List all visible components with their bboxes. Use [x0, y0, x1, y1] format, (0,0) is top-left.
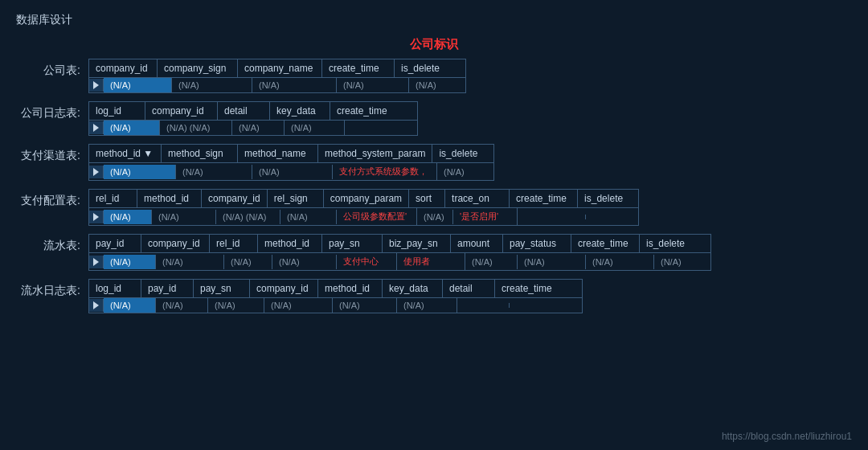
col-flow-log-table-6: detail	[443, 280, 495, 297]
col-flow-log-table-7: create_time	[495, 280, 567, 297]
col-flow-table-1: company_id	[141, 235, 210, 252]
col-flow-log-table-1: pay_id	[141, 280, 194, 297]
col-payment-method-table-3: method_system_param	[318, 145, 432, 162]
table-company-table: company_idcompany_signcompany_namecreate…	[88, 59, 466, 93]
cell-payment-config-table-0-1: (N/A)	[152, 210, 216, 224]
table-payment-method-table: method_id ▼method_signmethod_namemethod_…	[88, 144, 494, 181]
col-company-log-table-2: detail	[218, 102, 270, 120]
cell-company-table-0-0: (N/A)	[104, 78, 172, 92]
cell-flow-table-0-5: 使用者	[397, 253, 465, 270]
col-flow-table-3: method_id	[258, 235, 322, 252]
cell-flow-log-table-0-1: (N/A)	[156, 298, 208, 313]
cell-payment-method-table-0-3: 支付方式系统级参数，	[333, 163, 437, 180]
col-payment-method-table-0: method_id ▼	[89, 145, 162, 162]
cell-company-log-table-0-4	[345, 125, 417, 130]
section-payment-config-table: 支付配置表:rel_idmethod_idcompany_idrel_signc…	[16, 189, 852, 226]
cell-company-table-0-2: (N/A)	[252, 78, 337, 92]
col-flow-log-table-2: pay_sn	[194, 280, 250, 297]
cell-company-table-0-3: (N/A)	[337, 78, 409, 92]
table-row-payment-method-table-0: (N/A)(N/A)(N/A)支付方式系统级参数，(N/A)	[89, 163, 493, 180]
col-payment-config-table-7: create_time	[510, 190, 578, 207]
cell-payment-config-table-0-0: (N/A)	[104, 210, 152, 224]
watermark: https://blog.csdn.net/liuzhirou1	[722, 431, 852, 442]
cell-flow-log-table-0-4: (N/A)	[333, 298, 397, 313]
label-company-log-table: 公司日志表:	[16, 101, 88, 121]
table-header-flow-table: pay_idcompany_idrel_idmethod_idpay_snbiz…	[89, 235, 710, 253]
cell-payment-config-table-0-7	[518, 215, 586, 219]
cell-company-log-table-0-2: (N/A)	[232, 121, 285, 135]
section-payment-method-table: 支付渠道表:method_id ▼method_signmethod_namem…	[16, 144, 852, 181]
col-payment-config-table-8: is_delete	[578, 190, 630, 207]
col-payment-method-table-1: method_sign	[162, 145, 238, 162]
table-row-payment-config-table-0: (N/A)(N/A)(N/A) (N/A)(N/A)公司级参数配置'(N/A)'…	[89, 208, 638, 225]
table-row-flow-log-table-0: (N/A)(N/A)(N/A)(N/A)(N/A)(N/A)	[89, 298, 582, 313]
table-company-log-table: log_idcompany_iddetailkey_datacreate_tim…	[88, 101, 418, 136]
col-flow-log-table-3: company_id	[250, 280, 318, 297]
col-company-log-table-3: key_data	[270, 102, 330, 120]
label-flow-log-table: 流水日志表:	[16, 279, 88, 298]
col-payment-config-table-4: company_param	[324, 190, 409, 207]
cell-payment-config-table-0-5: (N/A)	[417, 210, 453, 224]
row-indicator-flow-log-table-0	[89, 299, 104, 312]
label-company-table: 公司表:	[16, 59, 88, 78]
cell-company-log-table-0-1: (N/A) (N/A)	[160, 121, 232, 135]
cell-flow-table-0-7: (N/A)	[518, 255, 586, 269]
table-flow-table: pay_idcompany_idrel_idmethod_idpay_snbiz…	[88, 234, 711, 271]
col-payment-config-table-1: method_id	[137, 190, 202, 207]
row-indicator-payment-method-table-0	[89, 166, 104, 178]
row-indicator-company-log-table-0	[89, 121, 104, 134]
table-header-company-table: company_idcompany_signcompany_namecreate…	[89, 59, 465, 78]
label-payment-method-table: 支付渠道表:	[16, 144, 88, 163]
cell-payment-method-table-0-4: (N/A)	[437, 165, 493, 179]
col-payment-config-table-6: trace_on	[445, 190, 510, 207]
col-company-table-1: company_sign	[158, 59, 238, 77]
table-flow-log-table: log_idpay_idpay_sncompany_idmethod_idkey…	[88, 279, 583, 313]
cell-flow-log-table-0-6	[457, 303, 510, 308]
cell-flow-log-table-0-5: (N/A)	[397, 298, 457, 313]
col-company-log-table-0: log_id	[89, 102, 145, 120]
col-company-log-table-4: create_time	[330, 102, 403, 120]
col-payment-config-table-5: sort	[409, 190, 445, 207]
cell-flow-log-table-0-2: (N/A)	[208, 298, 264, 313]
table-row-flow-table-0: (N/A)(N/A)(N/A)(N/A)支付中心使用者(N/A)(N/A)(N/…	[89, 253, 710, 270]
table-header-company-log-table: log_idcompany_iddetailkey_datacreate_tim…	[89, 102, 417, 121]
table-row-company-log-table-0: (N/A)(N/A) (N/A)(N/A)(N/A)	[89, 121, 417, 135]
cell-flow-log-table-0-7	[510, 303, 582, 308]
table-row-company-table-0: (N/A)(N/A)(N/A)(N/A)(N/A)	[89, 78, 465, 92]
col-flow-table-5: biz_pay_sn	[383, 235, 451, 252]
table-header-payment-method-table: method_id ▼method_signmethod_namemethod_…	[89, 145, 493, 163]
cell-flow-log-table-0-3: (N/A)	[264, 298, 333, 313]
cell-company-table-0-4: (N/A)	[409, 78, 465, 92]
row-indicator-payment-config-table-0	[89, 211, 104, 223]
col-payment-method-table-4: is_delete	[432, 145, 489, 162]
sections-wrapper: 公司表:company_idcompany_signcompany_namecr…	[16, 59, 852, 313]
cell-payment-method-table-0-1: (N/A)	[176, 165, 252, 179]
cell-company-log-table-0-3: (N/A)	[285, 121, 345, 135]
cell-payment-config-table-0-3: (N/A)	[280, 210, 337, 224]
label-flow-table: 流水表:	[16, 234, 88, 253]
table-header-flow-log-table: log_idpay_idpay_sncompany_idmethod_idkey…	[89, 280, 582, 298]
col-flow-table-4: pay_sn	[322, 235, 383, 252]
cell-payment-config-table-0-2: (N/A) (N/A)	[216, 210, 280, 224]
cell-flow-table-0-6: (N/A)	[465, 255, 518, 269]
cell-flow-table-0-8: (N/A)	[586, 255, 654, 269]
col-flow-log-table-0: log_id	[89, 280, 141, 297]
center-title: 公司标识	[16, 37, 852, 52]
section-flow-log-table: 流水日志表:log_idpay_idpay_sncompany_idmethod…	[16, 279, 852, 313]
col-flow-log-table-5: key_data	[383, 280, 443, 297]
col-company-table-4: is_delete	[395, 59, 451, 77]
cell-company-log-table-0-0: (N/A)	[104, 121, 160, 135]
page-title: 数据库设计	[16, 13, 852, 27]
col-company-table-0: company_id	[89, 59, 158, 77]
row-indicator-company-table-0	[89, 79, 104, 92]
col-company-table-2: company_name	[238, 59, 322, 77]
col-flow-log-table-4: method_id	[318, 280, 383, 297]
col-flow-table-7: pay_status	[503, 235, 571, 252]
cell-flow-table-0-1: (N/A)	[156, 255, 224, 269]
col-company-log-table-1: company_id	[145, 102, 218, 120]
label-payment-config-table: 支付配置表:	[16, 189, 88, 208]
col-company-table-3: create_time	[322, 59, 395, 77]
col-flow-table-9: is_delete	[640, 235, 696, 252]
col-payment-config-table-2: company_id	[202, 190, 268, 207]
col-flow-table-2: rel_id	[210, 235, 258, 252]
